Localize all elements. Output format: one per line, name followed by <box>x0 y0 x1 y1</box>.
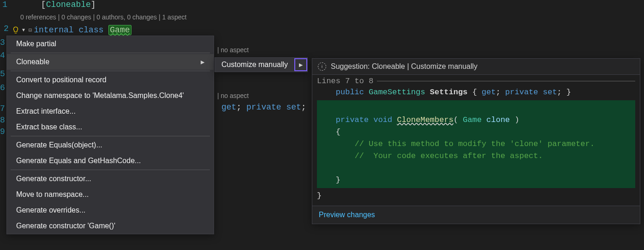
inserted-code-block: private void CloneMembers( Game clone ) … <box>317 100 635 188</box>
menu-item-change-namespace[interactable]: Change namespace to 'Metalama.Samples.Cl… <box>7 88 214 104</box>
preview-changes-link[interactable]: Preview changes <box>319 211 375 219</box>
chevron-down-icon[interactable]: ▼ <box>22 28 25 33</box>
menu-item-generate-overrides[interactable]: Generate overrides... <box>7 202 214 218</box>
line-number-5: 5 <box>0 69 5 79</box>
lightbulb-icon[interactable] <box>10 24 21 36</box>
menu-item-extract-interface[interactable]: Extract interface... <box>7 104 214 119</box>
code-line-2: ⊟ internal class Game <box>29 25 131 35</box>
menu-separator <box>11 53 210 53</box>
menu-item-extract-base-class[interactable]: Extract base class... <box>7 119 214 135</box>
line-number-8: 8 <box>0 116 5 125</box>
line-number-4: 4 <box>0 51 5 60</box>
menu-item-convert-positional[interactable]: Convert to positional record <box>7 72 214 88</box>
line-number-1: 1 <box>2 0 11 9</box>
codelens-1[interactable]: 0 references | 0 changes | 0 authors, 0 … <box>2 12 644 23</box>
suggestion-title: Suggestion: Cloneable | Customize manual… <box>331 62 477 71</box>
suggestion-icon: i <box>318 62 326 71</box>
suggestion-preview-panel: i Suggestion: Cloneable | Customize manu… <box>312 58 640 224</box>
line-number-6: 6 <box>0 83 5 92</box>
menu-separator <box>11 136 210 136</box>
lines-range-label: Lines 7 to 8 <box>317 77 635 85</box>
suggestion-header: i Suggestion: Cloneable | Customize manu… <box>312 59 640 75</box>
suggestion-body: Lines 7 to 8 public GameSettings Setting… <box>312 75 640 206</box>
quick-actions-menu: Make partial Cloneable ▶ Convert to posi… <box>6 36 214 234</box>
line-number-3: 3 <box>0 38 5 47</box>
code-line-1: [Cloneable] <box>11 0 96 9</box>
line-number-2: 2 <box>4 24 9 33</box>
line-number-9: 9 <box>0 127 5 136</box>
menu-item-move-namespace[interactable]: Move to namespace... <box>7 187 214 202</box>
collapse-icon[interactable]: ⊟ <box>29 27 32 34</box>
submenu-arrow-icon: ▶ <box>201 59 204 65</box>
cloneable-submenu: Customize manually ▶ <box>215 57 308 72</box>
menu-item-generate-constructor[interactable]: Generate constructor... <box>7 171 214 187</box>
codelens-bg-2: | no aspect <box>217 92 249 99</box>
line-number-7: 7 <box>0 104 5 113</box>
menu-item-generate-constructor-game[interactable]: Generate constructor 'Game()' <box>7 218 214 234</box>
submenu-item-customize[interactable]: Customize manually <box>215 58 294 72</box>
svg-text:i: i <box>322 64 322 69</box>
menu-item-make-partial[interactable]: Make partial <box>7 36 214 52</box>
codelens-bg-1: | no aspect <box>217 46 249 54</box>
code-preview: public GameSettings Settings { get; priv… <box>317 86 635 202</box>
suggestion-footer: Preview changes <box>312 206 640 224</box>
code-bg-getset: get; private set; <box>221 103 306 112</box>
menu-item-generate-equals-hash[interactable]: Generate Equals and GetHashCode... <box>7 153 214 169</box>
menu-separator <box>11 71 210 71</box>
submenu-expand-icon[interactable]: ▶ <box>294 58 307 71</box>
menu-item-cloneable[interactable]: Cloneable ▶ <box>7 54 214 70</box>
menu-item-generate-equals[interactable]: Generate Equals(object)... <box>7 137 214 153</box>
menu-separator <box>11 170 210 170</box>
